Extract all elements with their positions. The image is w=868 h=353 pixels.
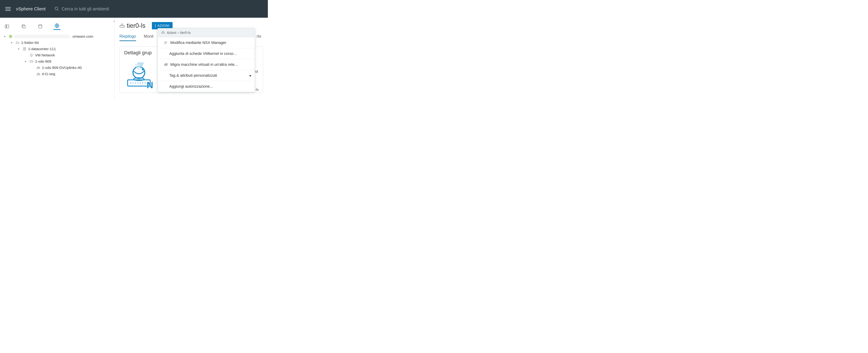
tree-node-vmnetwork[interactable]: VM Network — [25, 52, 113, 58]
menu-item-add-vmkernel[interactable]: Aggiunta di schede VMkernel in corso... — [158, 48, 255, 59]
svg-point-16 — [30, 54, 32, 56]
tree-label: VM Network — [35, 53, 55, 57]
chevron-down-icon[interactable]: ▾ — [25, 60, 28, 63]
app-title: vSphere Client — [16, 6, 45, 12]
svg-rect-26 — [120, 26, 124, 27]
actions-dropdown: Azioni – tier0-ls Modifica mediante NSX … — [158, 28, 255, 92]
switch-icon — [30, 60, 33, 63]
nav-vms-icon[interactable] — [20, 23, 27, 30]
tab-ports[interactable]: rte — [256, 34, 263, 41]
tree-label: 1-folder-84 — [21, 41, 39, 45]
content-area: N tier0-ls AZIONI Azioni – tier0-ls — [115, 18, 268, 100]
svg-rect-3 — [7, 25, 9, 28]
menu-item-migrate-vm[interactable]: Migra macchine virtuali in un'altra rete… — [158, 59, 255, 70]
svg-rect-2 — [5, 25, 6, 28]
search-icon — [54, 6, 59, 11]
svg-point-30 — [162, 31, 164, 32]
nsx-segment-icon: N — [119, 22, 125, 29]
tree-node-vcenter[interactable]: ▾ .vmware.com — [4, 33, 113, 39]
svg-rect-29 — [162, 32, 164, 33]
nav-storage-icon[interactable] — [37, 23, 44, 30]
nav-networking-icon[interactable] — [54, 23, 60, 30]
svg-text:N: N — [147, 80, 153, 89]
datacenter-icon — [23, 47, 26, 51]
kebab-icon — [155, 24, 156, 27]
svg-point-6 — [39, 25, 42, 26]
tree-label: 1-vds-909 — [35, 59, 51, 64]
tree-node-vds[interactable]: ▾ 1-vds-909 — [25, 58, 113, 65]
tree-label: 1-datacenter-111 — [28, 47, 56, 51]
chevron-down-icon[interactable]: ▾ — [4, 35, 7, 38]
tab-summary[interactable]: Riepilogo — [119, 34, 136, 41]
dropdown-header: Azioni – tier0-ls — [158, 28, 255, 37]
svg-rect-5 — [23, 26, 25, 28]
svg-line-1 — [58, 9, 59, 10]
svg-rect-12 — [23, 48, 26, 50]
page-title: N tier0-ls — [119, 22, 146, 29]
tree-node-uplinks[interactable]: 1-vds-909-DVUplinks-40 — [32, 65, 113, 71]
tree-node-datacenter[interactable]: ▾ 1-datacenter-111 — [18, 46, 113, 52]
menu-item-add-permission[interactable]: Aggiungi autorizzazione... — [158, 81, 255, 92]
svg-rect-11 — [11, 37, 12, 38]
svg-rect-8 — [9, 35, 10, 36]
svg-rect-22 — [37, 67, 40, 69]
nsx-segment-icon: N — [36, 72, 40, 75]
tree-node-folder[interactable]: ▾ 1-folder-84 — [11, 39, 113, 46]
svg-text:N: N — [39, 74, 40, 75]
svg-point-0 — [55, 7, 58, 10]
nav-hosts-icon[interactable] — [3, 23, 10, 30]
svg-point-38 — [142, 68, 144, 70]
svg-rect-10 — [9, 37, 10, 38]
nsx-segment-icon — [161, 31, 165, 35]
panel-title: Dettagli grup — [124, 50, 154, 56]
svg-point-31 — [165, 42, 166, 43]
network-globe-icon — [30, 54, 33, 57]
separator — [149, 22, 149, 30]
svg-point-27 — [121, 24, 123, 26]
uplink-portgroup-icon — [36, 66, 40, 69]
folder-icon — [16, 41, 20, 44]
chevron-right-icon: ▶ — [250, 74, 252, 77]
svg-point-24 — [38, 73, 39, 74]
svg-rect-9 — [11, 35, 12, 36]
search-placeholder: Cerca in tutti gli ambienti — [62, 6, 109, 11]
global-search[interactable]: Cerca in tutti gli ambienti — [54, 6, 109, 11]
menu-item-tags[interactable]: Tag & attributi personalizzati ▶ — [158, 70, 255, 81]
menu-item-edit-nsx[interactable]: Modifica mediante NSX Manager — [158, 37, 255, 48]
tab-monitor[interactable]: Monit — [144, 34, 153, 41]
svg-rect-18 — [30, 61, 33, 62]
inventory-sidebar: ‹ — [0, 18, 115, 100]
tree-node-segment[interactable]: N it-t1-seg — [32, 71, 113, 77]
tree-label: 1-vds-909-DVUplinks-40 — [42, 66, 82, 70]
chevron-down-icon[interactable]: ▾ — [18, 47, 21, 50]
tree-label: it-t1-seg — [42, 72, 55, 76]
vcenter-icon — [9, 35, 12, 38]
nsx-switch-illustration-icon: N — [124, 57, 154, 89]
tree-label: .vmware.com — [71, 34, 93, 38]
migrate-icon — [164, 63, 168, 66]
svg-text:N: N — [124, 26, 125, 28]
chevron-down-icon[interactable]: ▾ — [11, 41, 14, 44]
redacted-hostname — [14, 35, 70, 38]
menu-icon[interactable] — [5, 7, 11, 11]
nsx-manager-icon — [164, 41, 168, 44]
